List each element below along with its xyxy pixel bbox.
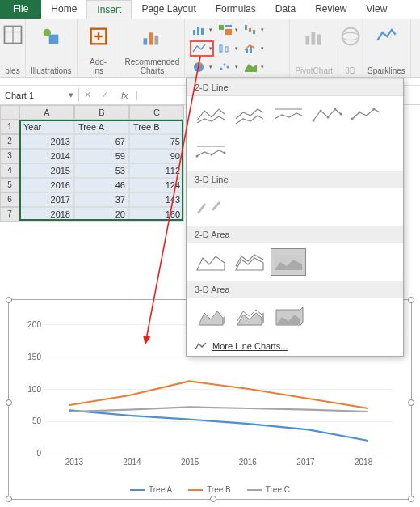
cell-c6[interactable]: 143: [129, 192, 184, 207]
cell-b2[interactable]: 67: [74, 134, 129, 149]
select-all-corner[interactable]: [0, 105, 19, 120]
sparklines-button[interactable]: [370, 22, 402, 51]
100-stacked-line-chart-option[interactable]: [271, 101, 306, 129]
svg-rect-11: [201, 28, 204, 35]
100-stacked-area-chart-option[interactable]: [271, 248, 306, 276]
tab-insert[interactable]: Insert: [86, 0, 132, 19]
col-header-a[interactable]: A: [19, 105, 74, 120]
chart-handle[interactable]: [210, 496, 216, 502]
insert-statistic-chart-button[interactable]: ▾: [216, 40, 240, 57]
tables-icon[interactable]: [0, 22, 26, 48]
pivotchart-icon: [301, 23, 327, 49]
svg-rect-28: [305, 36, 309, 45]
3d-line-chart-option[interactable]: [193, 193, 229, 221]
legend-swatch: [188, 489, 203, 491]
insert-pie-chart-button[interactable]: ▾: [190, 59, 214, 75]
cell-b3[interactable]: 59: [74, 149, 129, 163]
row-header-5[interactable]: 5: [0, 178, 19, 192]
group-tables: bles: [0, 19, 26, 77]
insert-surface-chart-button[interactable]: ▾: [242, 59, 266, 75]
3d-100-stacked-area-chart-option[interactable]: [271, 303, 306, 331]
chart-x-axis: 2013 2014 2015 2016 2017 2018: [45, 458, 393, 467]
svg-point-43: [224, 152, 226, 154]
formula-cancel-icon[interactable]: ✕: [79, 90, 96, 100]
tab-file[interactable]: File: [0, 0, 41, 19]
cell-a5[interactable]: 2016: [19, 178, 74, 192]
chart-legend[interactable]: Tree A Tree B Tree C: [9, 485, 411, 494]
tab-formulas[interactable]: Formulas: [206, 0, 266, 19]
svg-point-26: [227, 66, 229, 69]
cell-a7[interactable]: 2018: [19, 207, 74, 222]
chart-handle[interactable]: [408, 399, 414, 406]
row-header-3[interactable]: 3: [0, 149, 19, 163]
fx-icon[interactable]: fx: [113, 91, 137, 100]
chevron-down-icon[interactable]: ▾: [69, 90, 74, 100]
more-line-charts-label: More Line Charts...: [212, 341, 288, 351]
cell-b4[interactable]: 53: [74, 163, 129, 178]
formula-enter-icon[interactable]: ✓: [96, 90, 113, 100]
line-markers-chart-option[interactable]: [309, 101, 345, 129]
chart-handle[interactable]: [408, 496, 414, 502]
cell-c2[interactable]: 75: [129, 134, 184, 149]
cell-a1[interactable]: Year: [19, 120, 74, 134]
col-header-b[interactable]: B: [74, 105, 129, 120]
3d-stacked-area-chart-option[interactable]: [232, 303, 267, 331]
line-chart-option[interactable]: [193, 101, 229, 129]
insert-combo-chart-button[interactable]: ▾: [242, 40, 266, 57]
legend-item-c[interactable]: Tree C: [247, 485, 290, 494]
cell-b7[interactable]: 20: [74, 207, 129, 222]
cell-c7[interactable]: 160: [129, 207, 184, 222]
area-chart-option[interactable]: [193, 248, 229, 276]
insert-column-chart-button[interactable]: ▾: [190, 22, 214, 38]
tab-data[interactable]: Data: [266, 0, 305, 19]
cell-a6[interactable]: 2017: [19, 192, 74, 207]
3d-map-button[interactable]: [334, 22, 367, 51]
tab-view[interactable]: View: [357, 0, 397, 19]
stacked-area-chart-option[interactable]: [232, 248, 267, 276]
name-box[interactable]: Chart 1 ▾: [0, 88, 79, 102]
3d-area-chart-option[interactable]: [193, 303, 229, 331]
chart-handle[interactable]: [6, 297, 12, 303]
insert-line-chart-button[interactable]: ▾: [190, 40, 214, 57]
cell-c1[interactable]: Tree B: [129, 120, 184, 134]
cell-b6[interactable]: 37: [74, 192, 129, 207]
cell-c3[interactable]: 90: [129, 149, 184, 163]
stacked-line-chart-option[interactable]: [232, 101, 267, 129]
svg-point-40: [373, 108, 376, 111]
col-header-c[interactable]: C: [129, 105, 184, 120]
tab-home[interactable]: Home: [41, 0, 86, 19]
stacked-line-markers-chart-option[interactable]: [348, 101, 384, 129]
insert-hierarchy-chart-button[interactable]: ▾: [216, 22, 240, 38]
cell-c5[interactable]: 124: [129, 178, 184, 192]
cell-b1[interactable]: Tree A: [74, 120, 129, 134]
row-header-1[interactable]: 1: [0, 120, 19, 134]
legend-item-a[interactable]: Tree A: [130, 485, 172, 494]
pivotchart-button[interactable]: [298, 22, 330, 51]
row-header-7[interactable]: 7: [0, 207, 19, 222]
group-addins-label: Add- ins: [90, 57, 107, 75]
cell-c4[interactable]: 112: [129, 163, 184, 178]
recommended-charts-button[interactable]: [136, 22, 168, 51]
tab-review[interactable]: Review: [305, 0, 356, 19]
legend-item-b[interactable]: Tree B: [188, 485, 231, 494]
chart-handle[interactable]: [6, 496, 12, 502]
more-line-charts-link[interactable]: More Line Charts...: [187, 336, 403, 356]
insert-waterfall-chart-button[interactable]: ▾: [242, 22, 266, 38]
insert-scatter-chart-button[interactable]: ▾: [216, 59, 240, 75]
100-stacked-line-markers-chart-option[interactable]: [193, 138, 229, 166]
chart-handle[interactable]: [408, 297, 414, 303]
svg-rect-16: [249, 28, 251, 32]
y-tick: 150: [9, 353, 41, 361]
illustrations-button[interactable]: [35, 22, 67, 51]
cell-a3[interactable]: 2014: [19, 149, 74, 163]
section-3d-line: 3-D Line: [187, 171, 403, 188]
cell-a2[interactable]: 2013: [19, 134, 74, 149]
tab-page-layout[interactable]: Page Layout: [132, 0, 205, 19]
cell-b5[interactable]: 46: [74, 178, 129, 192]
group-illustrations-label: Illustrations: [31, 66, 72, 75]
cell-a4[interactable]: 2015: [19, 163, 74, 178]
row-header-2[interactable]: 2: [0, 134, 19, 149]
addins-button[interactable]: [82, 22, 115, 51]
row-header-4[interactable]: 4: [0, 163, 19, 178]
row-header-6[interactable]: 6: [0, 192, 19, 207]
